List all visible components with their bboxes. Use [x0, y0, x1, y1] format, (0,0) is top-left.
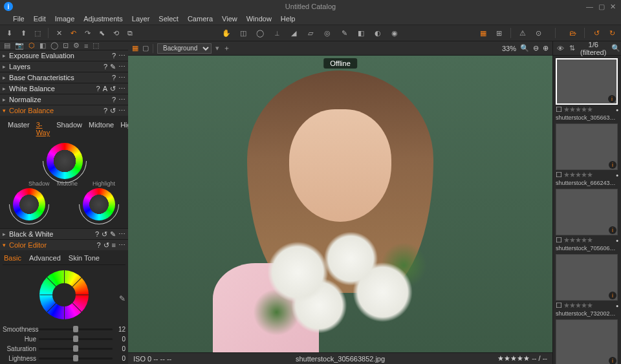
menu-select[interactable]: Select	[158, 15, 179, 23]
capture-tab-icon[interactable]: 📷	[15, 41, 24, 50]
exposure-tab-icon[interactable]: ◧	[39, 41, 46, 50]
menu-image[interactable]: Image	[55, 15, 75, 23]
brush-icon[interactable]: ✎	[339, 28, 349, 38]
viewer: ▦ ▢ Background ▾ ＋ 33% 🔍 ⊖ ⊕ Offline ISO…	[128, 41, 552, 364]
thumbnail[interactable]: i ☐★★★★★• shutterstock_666243223.jpg	[556, 123, 618, 186]
ce-tab-basic[interactable]: Basic	[4, 254, 21, 262]
rotate-right-icon[interactable]: ↻	[607, 28, 617, 38]
menu-icon[interactable]: ⋯	[118, 52, 125, 60]
guides-icon[interactable]: ⊞	[494, 28, 504, 38]
menu-adjustments[interactable]: Adjustments	[83, 15, 123, 23]
undo-icon[interactable]: ↶	[68, 28, 78, 38]
gradient-icon[interactable]: ◐	[373, 28, 383, 38]
thumbnail[interactable]: i ☐★★★★★• shutterstock_732002083.jpg	[556, 254, 618, 317]
slider-hue[interactable]: Hue 0	[3, 334, 125, 344]
cb-tab-highlight[interactable]: Highlight	[120, 121, 128, 136]
section-layers[interactable]: ▸Layers?✎⋯	[0, 61, 128, 72]
copy-icon[interactable]: ⧉	[125, 28, 135, 38]
thumbnail[interactable]: i ☐★★★★★• shutterstock_305663852.jpg	[556, 58, 618, 121]
import-icon[interactable]: ⬇	[4, 28, 14, 38]
view-multi-icon[interactable]: ▦	[132, 44, 138, 52]
maximize-button[interactable]: ▢	[598, 3, 605, 11]
color-balance-wheels: Shadow Midtone Highlight	[4, 140, 124, 224]
section-color-editor[interactable]: ▾Color Editor?↺≡⋯	[0, 240, 128, 250]
browser-count: 1/6 (filtered)	[580, 41, 606, 56]
menu-view[interactable]: View	[222, 15, 237, 23]
titlebar: i Untitled Catalog — ▢ ✕	[0, 0, 621, 13]
adjust-tab-icon[interactable]: ⚙	[73, 41, 80, 50]
section-base-char[interactable]: ▸Base Characteristics?⋯	[0, 72, 128, 83]
redo-icon[interactable]: ↷	[82, 28, 93, 38]
help-icon[interactable]: ?	[112, 52, 116, 60]
browser-visibility-icon[interactable]: 👁	[557, 45, 564, 52]
grid-icon[interactable]: ▦	[478, 28, 488, 38]
thumbnail[interactable]: i ☐★★★★★• shutterstock_705606692.jpg	[556, 189, 618, 252]
slider-lightness[interactable]: Lightness 0	[3, 354, 125, 363]
section-black-white[interactable]: ▸Black & White?↺✎⋯	[0, 229, 128, 239]
menu-layer[interactable]: Layer	[132, 15, 150, 23]
window-title: Untitled Catalog	[285, 3, 336, 10]
thumbnail[interactable]: i ☐★★★★★• shutterstock_1111763414.jpg	[556, 319, 618, 364]
zoom-fit-icon[interactable]: 🔍	[520, 44, 529, 52]
menu-file[interactable]: File	[13, 15, 25, 23]
cursor-icon[interactable]: ⬉	[96, 28, 107, 38]
ce-tab-advanced[interactable]: Advanced	[29, 254, 61, 262]
status-iso: ISO 0 -- -- --	[133, 355, 171, 363]
cb-tab-shadow[interactable]: Shadow	[56, 121, 82, 136]
minimize-button[interactable]: —	[586, 3, 593, 11]
cb-tab-master[interactable]: Master	[8, 121, 30, 136]
add-layer-button[interactable]: ＋	[223, 43, 230, 53]
section-white-balance[interactable]: ▸White Balance?A↺⋯	[0, 83, 128, 94]
slider-smoothness[interactable]: Smoothness 12	[3, 325, 125, 334]
radial-icon[interactable]: ◉	[389, 28, 400, 38]
reject-icon[interactable]: ✕	[54, 28, 64, 38]
spot-icon[interactable]: ◎	[322, 28, 332, 38]
rotate-left-icon[interactable]: ↺	[591, 28, 602, 38]
slider-saturation[interactable]: Saturation 0	[3, 344, 125, 354]
menu-camera[interactable]: Camera	[188, 15, 213, 23]
browser-search-icon[interactable]: 🔍	[611, 44, 620, 52]
image-canvas[interactable]: Offline	[128, 56, 552, 352]
cb-tab-midtone[interactable]: Midtone	[89, 121, 114, 136]
meta-tab-icon[interactable]: ≡	[84, 42, 88, 50]
menu-edit[interactable]: Edit	[34, 15, 46, 23]
color-tab-icon[interactable]: ⬡	[28, 41, 35, 50]
keystone-icon[interactable]: ▱	[305, 28, 316, 38]
cull-icon[interactable]: ⬚	[32, 28, 43, 38]
view-single-icon[interactable]: ▢	[142, 44, 149, 52]
close-button[interactable]: ✕	[610, 3, 616, 11]
midtone-wheel[interactable]	[47, 143, 83, 179]
color-picker-icon[interactable]: ✎	[119, 294, 125, 303]
erase-icon[interactable]: ◧	[356, 28, 366, 38]
crop-icon[interactable]: ⟂	[272, 28, 282, 38]
output-tab-icon[interactable]: ⬚	[93, 41, 99, 50]
toolbar: ⬇ ⬆ ⬚ ✕ ↶ ↷ ⬉ ⟲ ⧉ ✋ ◫ ◯ ⟂ ◢ ▱ ◎ ✎ ◧ ◐ ◉ …	[0, 25, 621, 41]
zoom-out-icon[interactable]: ⊖	[533, 44, 539, 52]
menu-window[interactable]: Window	[246, 15, 272, 23]
highlight-wheel[interactable]	[83, 188, 115, 220]
section-exposure-eval[interactable]: ▸Exposure Evaluation?⋯	[0, 50, 128, 61]
warning-icon[interactable]: ⚠	[518, 28, 528, 38]
app-logo-icon: i	[4, 2, 13, 11]
cb-tab-3way[interactable]: 3-Way	[36, 121, 50, 136]
layer-select[interactable]: Background	[157, 43, 212, 54]
pan-icon[interactable]: ✋	[221, 28, 232, 38]
browser-sort-icon[interactable]: ⇅	[569, 44, 575, 52]
shadow-wheel[interactable]	[13, 188, 45, 220]
reset-icon[interactable]: ⟲	[111, 28, 121, 38]
color-editor-wheel[interactable]	[39, 270, 89, 319]
export-icon[interactable]: ⬆	[18, 28, 28, 38]
details-tab-icon[interactable]: ⊡	[63, 41, 69, 50]
select-icon[interactable]: ◫	[238, 28, 248, 38]
ce-tab-skintone[interactable]: Skin Tone	[69, 254, 100, 262]
menu-help[interactable]: Help	[281, 15, 296, 23]
straighten-icon[interactable]: ◢	[289, 28, 299, 38]
zoom-in-icon[interactable]: ⊕	[543, 44, 549, 52]
annotations-icon[interactable]: 🗁	[567, 28, 578, 38]
library-tab-icon[interactable]: ▤	[4, 41, 10, 50]
section-normalize[interactable]: ▸Normalize?⋯	[0, 94, 128, 105]
focus-icon[interactable]: ⊙	[533, 28, 543, 38]
section-color-balance[interactable]: ▾Color Balance?↺⋯	[0, 105, 128, 116]
lens-tab-icon[interactable]: ◯	[50, 41, 58, 50]
shape-icon[interactable]: ◯	[255, 28, 265, 38]
